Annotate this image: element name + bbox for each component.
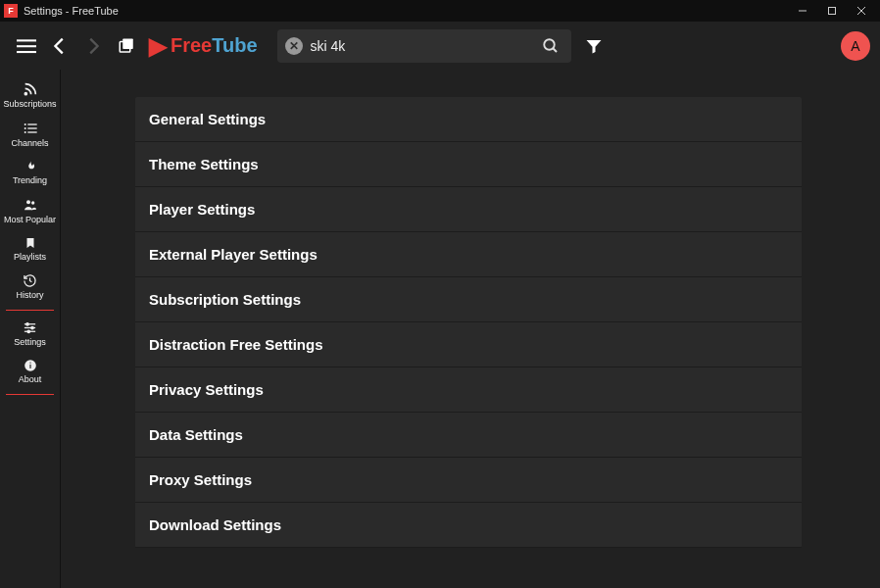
maximize-button[interactable] [817,0,847,22]
search-box: ✕ [277,29,571,63]
menu-button[interactable] [10,29,43,63]
svg-marker-11 [586,40,601,54]
sidebar-divider [6,394,54,395]
svg-rect-16 [27,127,36,128]
filter-button[interactable] [577,29,611,63]
settings-row-external-player[interactable]: External Player Settings [135,232,802,277]
sidebar-item-label: Most Popular [4,215,56,224]
forward-button[interactable] [76,29,110,63]
svg-line-10 [553,48,557,52]
sidebar-item-label: Playlists [14,252,46,262]
settings-row-proxy[interactable]: Proxy Settings [135,458,802,503]
settings-row-player[interactable]: Player Settings [135,187,802,232]
logo-text-tube: Tube [212,34,257,57]
svg-point-17 [24,131,25,133]
settings-row-theme[interactable]: Theme Settings [135,142,802,187]
svg-point-13 [24,123,25,125]
svg-rect-6 [17,51,36,53]
svg-rect-4 [17,39,36,41]
new-window-button[interactable] [110,29,143,63]
sidebar: Subscriptions Channels Trending Most Pop… [0,70,61,588]
svg-point-19 [26,200,30,204]
sidebar-item-about[interactable]: About [0,353,60,390]
sidebar-item-label: History [16,290,43,300]
rss-icon [23,81,38,97]
svg-point-9 [544,39,555,50]
svg-rect-14 [27,123,36,124]
minimize-button[interactable] [788,0,817,22]
settings-row-data[interactable]: Data Settings [135,413,802,458]
sidebar-item-label: Channels [11,138,48,148]
sidebar-item-trending[interactable]: Trending [0,154,60,191]
svg-point-15 [24,127,25,129]
logo-mark-icon: ▶ [149,32,167,60]
titlebar: F Settings - FreeTube [0,0,880,22]
sidebar-item-playlists[interactable]: Playlists [0,230,60,268]
svg-rect-28 [29,365,30,368]
svg-point-29 [29,362,30,363]
svg-point-12 [24,93,26,95]
profile-button[interactable]: A [841,31,870,61]
sidebar-item-label: About [19,374,42,384]
bookmark-icon [24,236,36,250]
sidebar-item-label: Settings [14,337,46,347]
fire-icon [24,160,37,173]
svg-point-24 [31,326,34,329]
sidebar-divider [6,310,54,311]
users-icon [23,197,38,213]
clear-search-button[interactable]: ✕ [285,37,303,55]
settings-row-privacy[interactable]: Privacy Settings [135,368,802,413]
settings-row-download[interactable]: Download Settings [135,503,802,548]
sidebar-item-label: Trending [13,175,47,185]
search-icon[interactable] [538,33,563,59]
svg-point-22 [26,323,29,326]
sidebar-item-most-popular[interactable]: Most Popular [0,191,60,230]
window-controls [788,0,876,22]
sidebar-item-subscriptions[interactable]: Subscriptions [0,75,60,115]
svg-point-20 [31,201,34,204]
sidebar-item-channels[interactable]: Channels [0,115,60,154]
history-icon [23,273,37,288]
settings-row-subscription[interactable]: Subscription Settings [135,277,802,322]
svg-point-26 [27,330,30,333]
sidebar-item-settings[interactable]: Settings [0,315,60,353]
sliders-icon [23,320,37,335]
info-icon [24,359,37,372]
settings-panel: General Settings Theme Settings Player S… [135,97,802,548]
logo[interactable]: ▶ FreeTube [149,32,258,60]
svg-rect-8 [122,38,133,49]
window-title: Settings - FreeTube [24,5,119,17]
search-input[interactable] [311,38,538,54]
toolbar: ▶ FreeTube ✕ A [0,22,880,70]
svg-rect-18 [27,131,36,132]
back-button[interactable] [43,29,76,63]
content-area[interactable]: General Settings Theme Settings Player S… [61,70,880,588]
close-button[interactable] [847,0,876,22]
settings-row-distraction-free[interactable]: Distraction Free Settings [135,322,802,368]
profile-letter: A [851,38,859,54]
sidebar-item-history[interactable]: History [0,268,60,306]
app-icon: F [4,4,18,18]
body: Subscriptions Channels Trending Most Pop… [0,70,880,588]
svg-rect-1 [829,8,836,15]
sidebar-item-label: Subscriptions [3,99,56,109]
settings-row-general[interactable]: General Settings [135,97,802,142]
logo-text-free: Free [171,34,212,57]
list-icon [23,121,38,136]
svg-rect-5 [17,45,36,47]
